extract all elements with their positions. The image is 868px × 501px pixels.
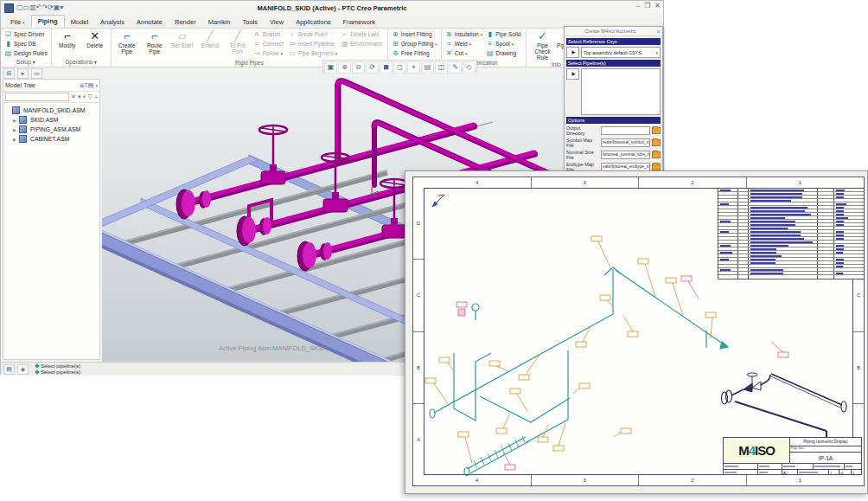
ribbon-tab[interactable]: Manikin bbox=[202, 16, 237, 28]
browser-toggle-icon[interactable]: ▸ bbox=[17, 68, 29, 79]
zoom-in-icon[interactable]: ⊕ bbox=[338, 61, 351, 74]
ribbon-button[interactable]: ✕ Delete bbox=[81, 29, 109, 48]
ribbon-button[interactable]: ⋔ Branch bbox=[252, 29, 287, 39]
navigator-show-icon[interactable]: ▤ bbox=[3, 364, 15, 375]
ribbon-button[interactable]: ⊕ Insert Fitting bbox=[390, 29, 436, 39]
ribbon-tab[interactable]: Piping bbox=[31, 15, 65, 28]
ribbon-button[interactable]: ≫ Insert Pipeline bbox=[287, 39, 339, 48]
model-tree-item[interactable]: ▶ CABINET.ASM bbox=[3, 134, 99, 144]
tree-options-icon[interactable]: ▤ bbox=[88, 82, 94, 88]
ribbon-button[interactable]: ▭ Pipe Segment▾ bbox=[287, 48, 339, 58]
ribbon-button[interactable]: ⌐ Modify bbox=[54, 29, 81, 48]
csys-dropdown[interactable]: Top assembly default CSYS▾ bbox=[581, 47, 661, 58]
ribbon-button[interactable]: ⊦ Break Point bbox=[287, 29, 339, 39]
select-csys-arrow-button[interactable]: ▲ bbox=[566, 47, 579, 58]
close-window-button[interactable]: ✕ bbox=[654, 2, 661, 10]
named-views-icon[interactable]: ▤ bbox=[421, 61, 434, 74]
ribbon-tab[interactable]: View bbox=[264, 16, 290, 28]
expand-arrow-icon[interactable]: ▶ bbox=[13, 137, 17, 142]
expand-arrow-icon[interactable]: ▶ bbox=[13, 127, 17, 132]
ribbon-button[interactable]: ↝ Follow▾ bbox=[252, 48, 287, 58]
expand-icon[interactable]: + bbox=[94, 94, 98, 100]
browse-folder-icon[interactable] bbox=[652, 164, 661, 170]
ribbon-button[interactable]: ▮ Spec DB bbox=[3, 39, 38, 48]
ribbon-button[interactable]: ╱ Extend bbox=[196, 29, 224, 55]
ribbon-button[interactable]: ⌐ Delete Last bbox=[339, 29, 386, 39]
expand-arrow-icon[interactable]: ▶ bbox=[13, 118, 17, 123]
zoom-out-icon[interactable]: ⊖ bbox=[352, 61, 365, 74]
minimize-button[interactable]: – bbox=[636, 2, 640, 10]
map-file-input[interactable]: reats/fpisoreal_symbol_map.ptd bbox=[601, 138, 650, 147]
ribbon-button[interactable]: ≈ Weld▾ bbox=[444, 39, 484, 48]
dialog-close-icon[interactable]: ✕ bbox=[656, 29, 662, 35]
group-label-setup[interactable]: Setup ▾ bbox=[3, 58, 49, 67]
ribbon-tab[interactable]: Tools bbox=[236, 16, 264, 28]
ribbon-button[interactable]: ⌐ Create Pipe bbox=[113, 29, 141, 55]
ribbon-button[interactable]: ╱ To Pnt Port bbox=[224, 29, 252, 55]
navigator-toggle-icon[interactable]: ⊞ bbox=[3, 68, 15, 79]
ribbon-button[interactable]: ✕ Cut▾ bbox=[444, 48, 484, 58]
select-pipelines-arrow-button[interactable]: ▲ bbox=[566, 68, 579, 80]
shaded-display-icon[interactable]: ◼ bbox=[380, 61, 393, 74]
open-file-icon[interactable]: ▭ bbox=[23, 3, 30, 11]
view-manager-icon[interactable]: ◫ bbox=[435, 61, 448, 74]
browse-folder-icon[interactable] bbox=[652, 151, 661, 158]
button-icon: ✕ bbox=[445, 49, 453, 57]
ribbon-button[interactable]: ⊞ Group Fitting▾ bbox=[390, 39, 439, 48]
ribbon-button[interactable]: ▦ Environment bbox=[339, 39, 386, 48]
refit-icon[interactable]: ▣ bbox=[324, 61, 337, 74]
ribbon-tab[interactable]: Render bbox=[169, 16, 202, 28]
filter-icon[interactable]: ▽ bbox=[88, 93, 93, 100]
ribbon-button[interactable]: ⊚ Free Fitting bbox=[390, 48, 433, 58]
iso-drawing-window[interactable]: 4321 4321 DCBA DCBA bbox=[405, 170, 868, 494]
ribbon-button[interactable]: ≡ Spool▾ bbox=[484, 39, 524, 48]
ribbon-tab[interactable]: Framework bbox=[337, 16, 382, 28]
ribbon-button[interactable]: ≍ Connect bbox=[252, 39, 287, 48]
model-tree-item[interactable]: ▶ SKID.ASM bbox=[3, 115, 99, 125]
full-screen-icon[interactable]: ◈ bbox=[17, 364, 29, 375]
ribbon-tab[interactable]: Analysis bbox=[94, 16, 131, 28]
ribbon-tab[interactable]: Model bbox=[65, 16, 94, 28]
model-tree-item[interactable]: MANIFOLD_SKID.ASM bbox=[3, 106, 99, 115]
restore-button[interactable]: ❐ bbox=[644, 2, 650, 10]
dialog-title-bar[interactable]: Create M4iso Isometric ✕ bbox=[565, 27, 662, 36]
map-file-input[interactable]: fpisoreal_nominal_size_map.ptd bbox=[601, 151, 650, 159]
pipeline-field-label: Pipe line: bbox=[790, 446, 861, 453]
ribbon-tab[interactable]: File ▾ bbox=[4, 16, 31, 28]
button-icon: ≈ bbox=[445, 40, 453, 48]
find-icon[interactable]: ⌖ bbox=[83, 93, 86, 100]
browse-folder-icon[interactable] bbox=[652, 139, 661, 146]
datum-display-icon[interactable]: ⌖ bbox=[407, 61, 420, 74]
toolbar-overflow-icon[interactable]: ▾ bbox=[60, 3, 63, 11]
ribbon-button[interactable]: ✓ Pipe Check Rule bbox=[528, 29, 556, 61]
creo-app-icon[interactable] bbox=[4, 3, 14, 13]
ribbon-button[interactable]: ▤ Design Rules bbox=[3, 48, 49, 58]
button-icon: ▤ bbox=[4, 49, 12, 57]
folder-browser-icon[interactable]: ▭ bbox=[31, 68, 42, 79]
clear-search-icon[interactable]: ✕ bbox=[71, 93, 76, 100]
ribbon-button[interactable]: ≋ Insulation▾ bbox=[444, 29, 484, 39]
ribbon-tab[interactable]: Applications bbox=[290, 16, 336, 28]
pipelines-listbox[interactable] bbox=[581, 68, 661, 115]
display-style-icon[interactable]: ◻ bbox=[393, 61, 406, 74]
ribbon-button[interactable]: ☑ Spec Driven bbox=[3, 29, 46, 39]
repaint-icon[interactable]: ⟳ bbox=[366, 61, 379, 74]
group-label-operations[interactable]: Operations ▾ bbox=[54, 58, 109, 67]
model-tree-item[interactable]: ▶ PIPING_ASM.ASM bbox=[3, 125, 99, 134]
ribbon-button[interactable]: ▱ Set Start bbox=[169, 29, 196, 55]
new-file-icon[interactable]: ▢ bbox=[16, 3, 23, 11]
ribbon-button[interactable]: ⌐ Route Pipe bbox=[141, 29, 169, 55]
tree-options-caret-icon[interactable]: ▾ bbox=[95, 83, 98, 88]
output-directory-input[interactable]: . bbox=[601, 126, 650, 135]
perspective-icon[interactable]: ◇ bbox=[463, 61, 475, 74]
ribbon-button[interactable]: ▮ Pipe Solid bbox=[484, 29, 524, 39]
save-icon[interactable]: ▥ bbox=[29, 3, 36, 11]
tree-search-input[interactable] bbox=[5, 93, 69, 101]
ribbon-tab[interactable]: Annotate bbox=[131, 16, 169, 28]
ribbon-button[interactable]: ▤ Drawing bbox=[484, 48, 524, 58]
annotation-display-icon[interactable]: ✎ bbox=[449, 61, 462, 74]
browse-folder-icon[interactable] bbox=[652, 127, 661, 134]
search-options-icon[interactable]: ▾ bbox=[78, 93, 81, 100]
options-header: Options bbox=[566, 117, 661, 124]
regenerate-icon[interactable]: ⟳ bbox=[48, 3, 54, 11]
